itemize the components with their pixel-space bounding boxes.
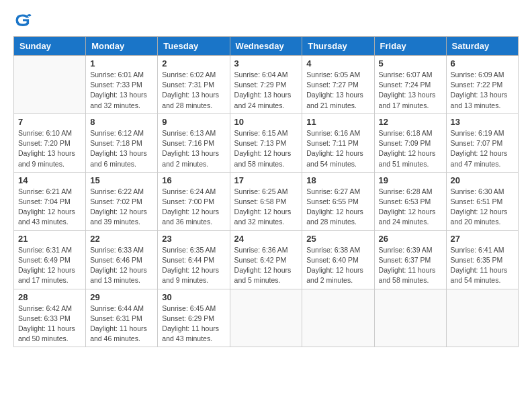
weekday-header-monday: Monday [86, 37, 158, 56]
day-number: 5 [379, 58, 442, 68]
calendar-cell: 28Sunrise: 6:42 AM Sunset: 6:33 PM Dayli… [14, 289, 86, 347]
calendar-cell: 13Sunrise: 6:19 AM Sunset: 7:07 PM Dayli… [446, 113, 518, 172]
calendar-cell: 4Sunrise: 6:05 AM Sunset: 7:27 PM Daylig… [302, 56, 374, 114]
day-info: Sunrise: 6:01 AM Sunset: 7:33 PM Dayligh… [90, 70, 153, 111]
day-number: 20 [451, 175, 514, 185]
calendar-cell: 3Sunrise: 6:04 AM Sunset: 7:29 PM Daylig… [230, 56, 302, 114]
day-info: Sunrise: 6:15 AM Sunset: 7:13 PM Dayligh… [234, 128, 298, 169]
day-number: 6 [451, 58, 514, 68]
day-info: Sunrise: 6:19 AM Sunset: 7:07 PM Dayligh… [451, 128, 514, 169]
day-info: Sunrise: 6:22 AM Sunset: 7:02 PM Dayligh… [90, 187, 153, 228]
day-info: Sunrise: 6:12 AM Sunset: 7:18 PM Dayligh… [90, 128, 153, 169]
calendar-cell: 5Sunrise: 6:07 AM Sunset: 7:24 PM Daylig… [374, 56, 446, 114]
calendar-cell: 22Sunrise: 6:33 AM Sunset: 6:46 PM Dayli… [86, 230, 158, 289]
weekday-header-sunday: Sunday [14, 37, 86, 56]
day-info: Sunrise: 6:04 AM Sunset: 7:29 PM Dayligh… [234, 70, 298, 111]
day-number: 4 [306, 58, 369, 68]
day-number: 12 [379, 117, 442, 127]
day-number: 2 [162, 58, 225, 68]
day-info: Sunrise: 6:18 AM Sunset: 7:09 PM Dayligh… [379, 128, 442, 169]
calendar-table: SundayMondayTuesdayWednesdayThursdayFrid… [13, 36, 519, 347]
day-info: Sunrise: 6:07 AM Sunset: 7:24 PM Dayligh… [379, 70, 442, 111]
weekday-header-thursday: Thursday [302, 37, 374, 56]
day-info: Sunrise: 6:16 AM Sunset: 7:11 PM Dayligh… [306, 128, 369, 169]
day-number: 27 [451, 234, 514, 244]
day-number: 11 [306, 117, 369, 127]
weekday-header-saturday: Saturday [446, 37, 518, 56]
day-info: Sunrise: 6:35 AM Sunset: 6:44 PM Dayligh… [162, 245, 225, 286]
day-info: Sunrise: 6:30 AM Sunset: 6:51 PM Dayligh… [451, 187, 514, 228]
header [13, 11, 519, 30]
calendar-cell: 10Sunrise: 6:15 AM Sunset: 7:13 PM Dayli… [230, 113, 302, 172]
calendar-cell: 18Sunrise: 6:27 AM Sunset: 6:55 PM Dayli… [302, 172, 374, 230]
day-number: 14 [18, 175, 81, 185]
day-number: 15 [90, 175, 153, 185]
calendar-cell: 2Sunrise: 6:02 AM Sunset: 7:31 PM Daylig… [158, 56, 230, 114]
calendar-cell: 24Sunrise: 6:36 AM Sunset: 6:42 PM Dayli… [230, 230, 302, 289]
calendar-cell: 26Sunrise: 6:39 AM Sunset: 6:37 PM Dayli… [374, 230, 446, 289]
calendar-cell [446, 289, 518, 347]
day-number: 25 [306, 234, 369, 244]
calendar-cell: 9Sunrise: 6:13 AM Sunset: 7:16 PM Daylig… [158, 113, 230, 172]
weekday-header-wednesday: Wednesday [230, 37, 302, 56]
day-number: 10 [234, 117, 298, 127]
day-info: Sunrise: 6:44 AM Sunset: 6:31 PM Dayligh… [90, 304, 153, 345]
calendar-cell: 14Sunrise: 6:21 AM Sunset: 7:04 PM Dayli… [14, 172, 86, 230]
calendar-week-row: 21Sunrise: 6:31 AM Sunset: 6:49 PM Dayli… [14, 230, 519, 289]
day-info: Sunrise: 6:39 AM Sunset: 6:37 PM Dayligh… [379, 245, 442, 286]
day-number: 24 [234, 234, 298, 244]
calendar-week-row: 1Sunrise: 6:01 AM Sunset: 7:33 PM Daylig… [14, 56, 519, 114]
day-info: Sunrise: 6:25 AM Sunset: 6:58 PM Dayligh… [234, 187, 298, 228]
calendar-cell: 30Sunrise: 6:45 AM Sunset: 6:29 PM Dayli… [158, 289, 230, 347]
page-container: SundayMondayTuesdayWednesdayThursdayFrid… [0, 0, 532, 358]
day-info: Sunrise: 6:10 AM Sunset: 7:20 PM Dayligh… [18, 128, 81, 169]
day-number: 16 [162, 175, 225, 185]
day-number: 9 [162, 117, 225, 127]
calendar-cell: 27Sunrise: 6:41 AM Sunset: 6:35 PM Dayli… [446, 230, 518, 289]
day-info: Sunrise: 6:33 AM Sunset: 6:46 PM Dayligh… [90, 245, 153, 286]
calendar-cell: 19Sunrise: 6:28 AM Sunset: 6:53 PM Dayli… [374, 172, 446, 230]
day-info: Sunrise: 6:27 AM Sunset: 6:55 PM Dayligh… [306, 187, 369, 228]
day-info: Sunrise: 6:05 AM Sunset: 7:27 PM Dayligh… [306, 70, 369, 111]
day-number: 7 [18, 117, 81, 127]
calendar-cell: 21Sunrise: 6:31 AM Sunset: 6:49 PM Dayli… [14, 230, 86, 289]
day-number: 13 [451, 117, 514, 127]
logo-icon [13, 11, 32, 30]
calendar-week-row: 14Sunrise: 6:21 AM Sunset: 7:04 PM Dayli… [14, 172, 519, 230]
calendar-cell: 6Sunrise: 6:09 AM Sunset: 7:22 PM Daylig… [446, 56, 518, 114]
calendar-cell: 7Sunrise: 6:10 AM Sunset: 7:20 PM Daylig… [14, 113, 86, 172]
calendar-week-row: 7Sunrise: 6:10 AM Sunset: 7:20 PM Daylig… [14, 113, 519, 172]
calendar-cell [230, 289, 302, 347]
day-number: 3 [234, 58, 298, 68]
calendar-cell: 8Sunrise: 6:12 AM Sunset: 7:18 PM Daylig… [86, 113, 158, 172]
day-info: Sunrise: 6:38 AM Sunset: 6:40 PM Dayligh… [306, 245, 369, 286]
day-number: 23 [162, 234, 225, 244]
calendar-cell: 1Sunrise: 6:01 AM Sunset: 7:33 PM Daylig… [86, 56, 158, 114]
calendar-cell [302, 289, 374, 347]
calendar-cell: 17Sunrise: 6:25 AM Sunset: 6:58 PM Dayli… [230, 172, 302, 230]
day-number: 17 [234, 175, 298, 185]
day-info: Sunrise: 6:45 AM Sunset: 6:29 PM Dayligh… [162, 304, 225, 345]
day-info: Sunrise: 6:21 AM Sunset: 7:04 PM Dayligh… [18, 187, 81, 228]
day-info: Sunrise: 6:09 AM Sunset: 7:22 PM Dayligh… [451, 70, 514, 111]
day-number: 19 [379, 175, 442, 185]
day-number: 1 [90, 58, 153, 68]
calendar-week-row: 28Sunrise: 6:42 AM Sunset: 6:33 PM Dayli… [14, 289, 519, 347]
calendar-cell [374, 289, 446, 347]
weekday-header-tuesday: Tuesday [158, 37, 230, 56]
day-number: 29 [90, 292, 153, 302]
day-info: Sunrise: 6:31 AM Sunset: 6:49 PM Dayligh… [18, 245, 81, 286]
weekday-header-friday: Friday [374, 37, 446, 56]
day-number: 30 [162, 292, 225, 302]
day-info: Sunrise: 6:28 AM Sunset: 6:53 PM Dayligh… [379, 187, 442, 228]
calendar-cell: 25Sunrise: 6:38 AM Sunset: 6:40 PM Dayli… [302, 230, 374, 289]
day-number: 28 [18, 292, 81, 302]
calendar-header-row: SundayMondayTuesdayWednesdayThursdayFrid… [14, 37, 519, 56]
calendar-cell: 29Sunrise: 6:44 AM Sunset: 6:31 PM Dayli… [86, 289, 158, 347]
day-info: Sunrise: 6:02 AM Sunset: 7:31 PM Dayligh… [162, 70, 225, 111]
calendar-cell: 12Sunrise: 6:18 AM Sunset: 7:09 PM Dayli… [374, 113, 446, 172]
day-info: Sunrise: 6:24 AM Sunset: 7:00 PM Dayligh… [162, 187, 225, 228]
day-number: 21 [18, 234, 81, 244]
day-number: 22 [90, 234, 153, 244]
calendar-cell: 16Sunrise: 6:24 AM Sunset: 7:00 PM Dayli… [158, 172, 230, 230]
